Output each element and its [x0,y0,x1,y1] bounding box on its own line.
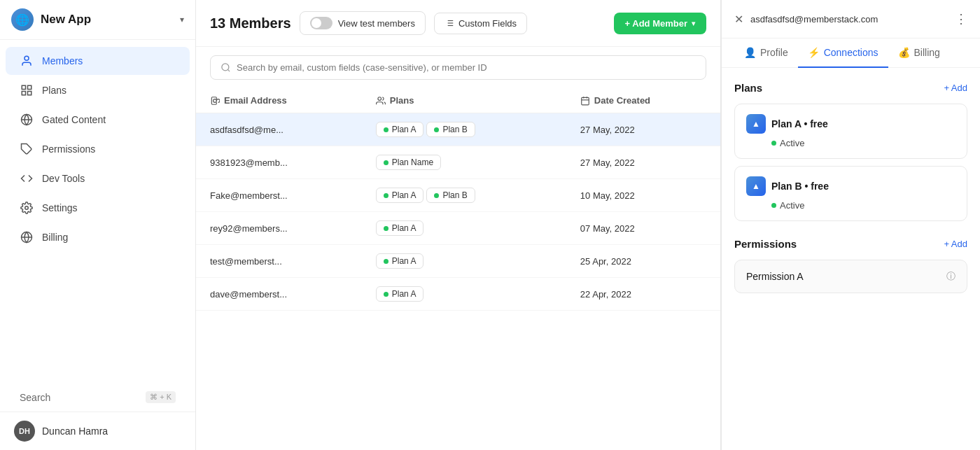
plan-card-b: ▲ Plan B • free Active [734,166,967,221]
search-bar[interactable]: Search ⌘ + K [6,384,190,410]
sidebar: 🌐 New App ▾ Members Plans Gated Content [0,0,196,450]
plan-badge: Plan A [376,188,424,203]
columns-icon [444,18,454,28]
plan-dot [384,292,388,297]
sidebar-item-gated-content[interactable]: Gated Content [6,106,190,134]
sidebar-nav: Members Plans Gated Content Permissions [0,40,195,383]
table-row[interactable]: test@memberst...Plan A25 Apr, 2022 [196,245,720,278]
date-column-header: Date Created [566,88,720,113]
add-permission-button[interactable]: + Add [944,239,967,249]
cell-date: 07 May, 2022 [566,212,720,245]
svg-point-20 [378,97,382,100]
table-row[interactable]: 9381923@memb...Plan Name27 May, 2022 [196,146,720,179]
table-row[interactable]: dave@memberst...Plan A22 Apr, 2022 [196,278,720,311]
members-table-container: Email Address Plans [196,88,720,450]
search-shortcut: ⌘ + K [146,391,176,403]
table-row[interactable]: Fake@memberst...Plan APlan B10 May, 2022 [196,179,720,212]
search-icon [220,62,231,73]
plan-logo: ▲ [746,114,766,134]
cell-plans: Plan A [362,278,566,311]
sidebar-item-billing[interactable]: Billing [6,223,190,251]
billing-tab-icon: 💰 [898,47,910,58]
tag-icon [20,142,34,156]
user-profile[interactable]: DH Duncan Hamra [0,412,195,450]
tab-connections[interactable]: ⚡ Connections [798,38,888,68]
plan-badge: Plan A [376,253,424,269]
members-panel: 13 Members View test members Custom Fiel… [196,0,721,450]
cell-plans: Plan A [362,212,566,245]
plans-col-icon [376,96,386,106]
svg-rect-2 [28,85,31,89]
table-row[interactable]: rey92@members...Plan A07 May, 2022 [196,212,720,245]
cell-date: 22 Apr, 2022 [566,278,720,311]
sidebar-item-plans[interactable]: Plans [6,76,190,104]
sidebar-item-label: Settings [42,202,78,213]
svg-rect-21 [582,97,589,105]
plan-dot [434,193,439,198]
table-row[interactable]: asdfasdfsd@me...Plan APlan B27 May, 2022 [196,113,720,146]
search-container [196,47,720,88]
permissions-section-title: Permissions [734,238,797,250]
close-button[interactable]: ✕ [734,13,743,26]
add-plan-button[interactable]: + Add [944,83,967,93]
search-input[interactable] [237,62,696,73]
cell-email: test@memberst... [196,245,362,278]
content-area: 13 Members View test members Custom Fiel… [196,0,980,450]
plans-icon [20,83,34,97]
info-icon[interactable]: ⓘ [946,270,955,283]
sidebar-item-label: Members [42,55,83,66]
cell-email: 9381923@memb... [196,146,362,179]
app-header[interactable]: 🌐 New App ▾ [0,0,195,40]
chevron-down-icon: ▾ [180,15,184,24]
plan-dot [434,127,439,132]
plan-status-label: Active [780,138,804,148]
email-icon [210,96,220,106]
tab-billing[interactable]: 💰 Billing [888,38,950,68]
cell-email: dave@memberst... [196,278,362,311]
svg-line-18 [227,69,230,71]
plan-badge: Plan B [426,188,475,203]
plan-card-name: Plan B • free [771,181,829,192]
sidebar-item-label: Permissions [42,143,95,155]
svg-rect-1 [22,85,25,89]
app-name: New App [41,13,173,27]
cell-plans: Plan A [362,245,566,278]
profile-tab-icon: 👤 [744,47,756,58]
plan-card-a: ▲ Plan A • free Active [734,104,967,159]
plan-badge: Plan A [376,286,424,302]
svg-point-0 [24,56,29,60]
add-member-button[interactable]: + Add Member ▾ [614,13,706,34]
members-icon [20,54,34,68]
tab-profile[interactable]: 👤 Profile [734,38,798,68]
cell-email: Fake@memberst... [196,179,362,212]
plan-dot [384,193,388,198]
sidebar-item-permissions[interactable]: Permissions [6,135,190,163]
member-detail-panel: ✕ asdfasdfsd@memberstack.com ⋮ 👤 Profile… [721,0,980,450]
plans-section-header: Plans + Add [734,82,967,94]
plan-badge: Plan B [426,122,475,137]
cell-date: 25 Apr, 2022 [566,245,720,278]
permission-name: Permission A [746,271,804,282]
view-test-members-button[interactable]: View test members [300,11,426,35]
sidebar-item-settings[interactable]: Settings [6,194,190,222]
search-label: Search [20,392,50,403]
sidebar-item-members[interactable]: Members [6,47,190,75]
plan-badge: Plan Name [376,155,441,170]
email-column-header: Email Address [196,88,362,113]
more-options-button[interactable]: ⋮ [955,11,967,27]
plan-card-header: ▲ Plan B • free [746,176,955,196]
members-header: 13 Members View test members Custom Fiel… [196,0,720,47]
cell-date: 27 May, 2022 [566,113,720,146]
plan-dot [384,226,388,231]
toggle-switch [310,17,332,29]
sidebar-item-dev-tools[interactable]: Dev Tools [6,164,190,192]
status-dot [771,203,776,208]
plan-status: Active [771,138,955,148]
chevron-down-icon: ▾ [692,20,695,27]
avatar: DH [14,421,35,442]
custom-fields-button[interactable]: Custom Fields [434,13,527,34]
sidebar-item-label: Plans [42,85,66,96]
cell-email: asdfasdfsd@me... [196,113,362,146]
user-name: Duncan Hamra [42,426,108,437]
plan-card-name: Plan A • free [771,118,828,129]
